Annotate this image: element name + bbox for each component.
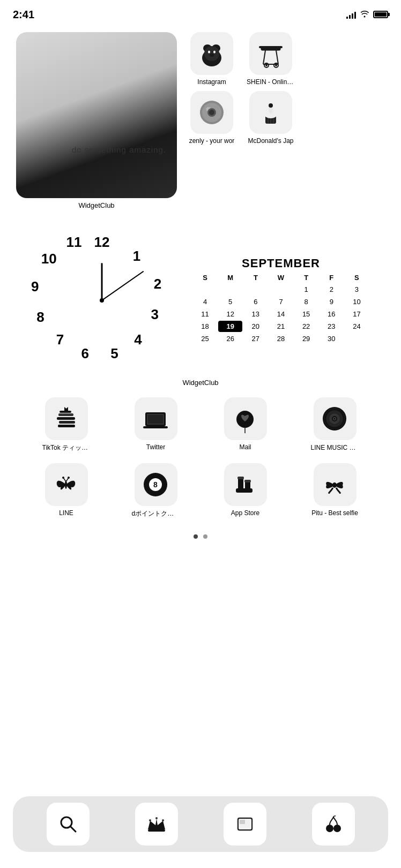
svg-point-50 (65, 480, 67, 489)
cal-cell-1[interactable]: 1 (294, 284, 318, 295)
cal-grid: S M T W T F S 1 2 3 4 5 6 7 8 (193, 273, 369, 344)
cal-header-thu: T (294, 273, 318, 283)
app-label-dpoint: dポイントクラブ (132, 509, 180, 518)
cal-cell-22[interactable]: 22 (294, 321, 318, 332)
signal-icon (346, 10, 356, 19)
dock-item-crown[interactable] (135, 803, 178, 846)
cal-cell-17[interactable]: 17 (345, 308, 369, 320)
app-icon-zenly (190, 91, 233, 134)
app-icon-linemusic (314, 397, 357, 440)
svg-rect-8 (259, 46, 283, 48)
cal-header-mon: M (218, 273, 242, 283)
svg-point-47 (334, 418, 336, 419)
cal-cell-30[interactable]: 30 (320, 333, 344, 344)
cal-cell-8[interactable]: 8 (294, 296, 318, 307)
svg-point-14 (265, 64, 268, 66)
app-label-linemusic: LINE MUSIC 音楽 (311, 443, 359, 452)
cal-cell-23[interactable]: 23 (320, 321, 344, 332)
app-twitter[interactable]: Twitter (132, 397, 180, 452)
widget-large[interactable]: do something amazing. (16, 32, 177, 198)
cal-cell-12[interactable]: 12 (218, 308, 242, 320)
cal-cell (269, 284, 293, 295)
dock-item-card[interactable] (224, 803, 266, 846)
app-tiktok[interactable]: TikTok ティックト (42, 397, 91, 452)
app-mcdonalds[interactable]: McDonald's Jap (247, 91, 295, 145)
cal-cell-15[interactable]: 15 (294, 308, 318, 320)
cal-cell-3[interactable]: 3 (345, 284, 369, 295)
svg-text:8: 8 (153, 480, 158, 489)
cal-cell-26[interactable]: 26 (218, 333, 242, 344)
widget-content: do something amazing. (16, 32, 177, 198)
svg-point-20 (209, 110, 214, 115)
top-apps-row2: zenly - your wor (188, 91, 385, 145)
cal-cell-21[interactable]: 21 (269, 321, 293, 332)
app-dpoint[interactable]: 8 dポイントクラブ (132, 463, 180, 518)
top-row: do something amazing. WidgetClub (16, 32, 385, 209)
clock-num-4: 4 (134, 331, 142, 348)
clock-num-8: 8 (36, 309, 44, 326)
cal-cell-5[interactable]: 5 (218, 296, 242, 307)
app-pitu[interactable]: Pitu - Best selfie (311, 463, 359, 518)
page-dot-2[interactable] (203, 534, 207, 539)
cal-cell-14[interactable]: 14 (269, 308, 293, 320)
cal-cell-7[interactable]: 7 (269, 296, 293, 307)
app-label-mail: Mail (239, 443, 251, 451)
cal-cell-13[interactable]: 13 (243, 308, 268, 320)
dock (13, 796, 388, 852)
crown-icon (146, 813, 167, 835)
cal-cell-6[interactable]: 6 (243, 296, 268, 307)
widget-motto: do something amazing. (72, 144, 166, 155)
app-instagram[interactable]: Instagram (188, 32, 236, 86)
svg-point-54 (68, 477, 70, 479)
app-linemusic[interactable]: LINE MUSIC 音楽 (311, 397, 359, 452)
cal-cell-25[interactable]: 25 (193, 333, 217, 344)
app-label-tiktok: TikTok ティックト (42, 443, 91, 452)
dock-item-search[interactable] (47, 803, 90, 846)
app-appstore[interactable]: App Store (221, 463, 270, 518)
clock-minute-hand (101, 271, 144, 301)
app-label-zenly: zenly - your wor (189, 137, 235, 145)
cal-cell-29[interactable]: 29 (294, 333, 318, 344)
cal-cell-11[interactable]: 11 (193, 308, 217, 320)
svg-point-71 (162, 819, 164, 821)
cal-cell-16[interactable]: 16 (320, 308, 344, 320)
dock-item-cherry[interactable] (312, 803, 355, 846)
widget-calendar-section: 12 1 2 3 4 5 6 7 8 9 10 11 SEPTEMBER (16, 225, 385, 375)
app-shein[interactable]: SHEIN - Online F (247, 32, 295, 86)
apps-row-2: LINE 8 dポイントクラブ (16, 463, 385, 518)
cal-cell-19-today[interactable]: 19 (218, 321, 242, 332)
app-grid: do something amazing. WidgetClub (0, 27, 401, 539)
app-label-twitter: Twitter (146, 443, 165, 451)
status-icons (346, 9, 388, 20)
svg-rect-38 (143, 426, 168, 428)
page-dot-1[interactable] (194, 534, 198, 539)
app-icon-tiktok (45, 397, 88, 440)
svg-point-53 (62, 477, 64, 479)
calendar-widget[interactable]: SEPTEMBER S M T W T F S 1 2 3 4 5 (188, 256, 374, 344)
battery-icon (373, 11, 388, 18)
cal-cell-27[interactable]: 27 (243, 333, 268, 344)
cal-cell-24[interactable]: 24 (345, 321, 369, 332)
app-line[interactable]: LINE (42, 463, 91, 518)
app-mail[interactable]: Mail (221, 397, 270, 452)
cherry-icon (323, 813, 344, 835)
cal-cell-4[interactable]: 4 (193, 296, 217, 307)
app-icon-pitu (314, 463, 357, 506)
svg-point-75 (326, 825, 333, 832)
cal-cell-2[interactable]: 2 (320, 284, 344, 295)
app-icon-shein (249, 32, 292, 75)
cal-cell-18[interactable]: 18 (193, 321, 217, 332)
clock-num-6: 6 (81, 345, 89, 361)
app-zenly[interactable]: zenly - your wor (188, 91, 236, 145)
cal-cell-9[interactable]: 9 (320, 296, 344, 307)
svg-rect-63 (244, 480, 251, 482)
card-icon (234, 813, 256, 835)
cal-cell-empty (345, 333, 369, 344)
svg-marker-35 (64, 407, 68, 411)
svg-line-10 (276, 50, 278, 64)
cal-cell-20[interactable]: 20 (243, 321, 268, 332)
clock-num-7: 7 (56, 331, 64, 348)
cal-cell-10[interactable]: 10 (345, 296, 369, 307)
cal-cell-28[interactable]: 28 (269, 333, 293, 344)
clock-widget[interactable]: 12 1 2 3 4 5 6 7 8 9 10 11 (27, 225, 177, 375)
